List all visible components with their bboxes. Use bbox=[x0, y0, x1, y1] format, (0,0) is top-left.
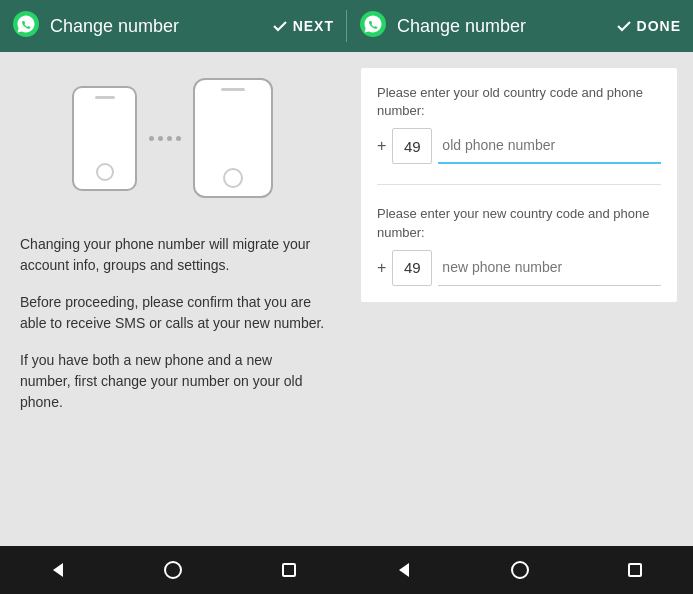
top-bar-right-inner: Change number bbox=[359, 10, 526, 42]
recents-icon-left[interactable] bbox=[278, 559, 300, 581]
svg-point-3 bbox=[165, 562, 181, 578]
old-phone-input[interactable] bbox=[438, 128, 661, 164]
svg-rect-7 bbox=[629, 564, 641, 576]
right-nav-title: Change number bbox=[397, 16, 526, 37]
old-number-input-row: + 49 bbox=[377, 128, 661, 164]
top-bar-left: Change number NEXT bbox=[0, 10, 346, 42]
bottom-bar bbox=[0, 546, 693, 594]
top-bar-right: Change number DONE bbox=[347, 10, 693, 42]
left-panel: Changing your phone number will migrate … bbox=[0, 52, 345, 546]
svg-point-6 bbox=[512, 562, 528, 578]
back-icon-left[interactable] bbox=[47, 559, 69, 581]
old-country-code[interactable]: 49 bbox=[392, 128, 432, 164]
check-icon-done bbox=[616, 18, 632, 34]
info-paragraph-3: If you have both a new phone and a new n… bbox=[20, 350, 325, 413]
dot-4 bbox=[176, 136, 181, 141]
old-number-section: Please enter your old country code and p… bbox=[377, 84, 661, 164]
form-divider bbox=[377, 184, 661, 185]
dot-2 bbox=[158, 136, 163, 141]
old-plus-sign: + bbox=[377, 137, 386, 155]
top-bar: Change number NEXT Change number D bbox=[0, 0, 693, 52]
whatsapp-logo-left bbox=[12, 10, 40, 42]
svg-rect-4 bbox=[283, 564, 295, 576]
new-plus-sign: + bbox=[377, 259, 386, 277]
phone-illustration bbox=[20, 78, 325, 198]
new-phone-input[interactable] bbox=[438, 250, 661, 286]
home-icon-left[interactable] bbox=[162, 559, 184, 581]
done-label: DONE bbox=[637, 18, 681, 34]
recents-icon-right[interactable] bbox=[624, 559, 646, 581]
back-icon-right[interactable] bbox=[393, 559, 415, 581]
new-number-section: Please enter your new country code and p… bbox=[377, 205, 661, 285]
home-icon-right[interactable] bbox=[509, 559, 531, 581]
form-card: Please enter your old country code and p… bbox=[361, 68, 677, 302]
new-number-input-row: + 49 bbox=[377, 250, 661, 286]
phone-small bbox=[72, 86, 137, 191]
next-label: NEXT bbox=[293, 18, 334, 34]
dot-1 bbox=[149, 136, 154, 141]
old-number-label: Please enter your old country code and p… bbox=[377, 84, 661, 120]
transfer-dots bbox=[149, 136, 181, 141]
new-number-label: Please enter your new country code and p… bbox=[377, 205, 661, 241]
main-content: Changing your phone number will migrate … bbox=[0, 52, 693, 546]
left-nav-title: Change number bbox=[50, 16, 179, 37]
new-country-code[interactable]: 49 bbox=[392, 250, 432, 286]
phone-large bbox=[193, 78, 273, 198]
info-paragraph-2: Before proceeding, please confirm that y… bbox=[20, 292, 325, 334]
check-icon-next bbox=[272, 18, 288, 34]
svg-marker-2 bbox=[53, 563, 63, 577]
info-paragraph-1: Changing your phone number will migrate … bbox=[20, 234, 325, 276]
svg-marker-5 bbox=[399, 563, 409, 577]
whatsapp-logo-right bbox=[359, 10, 387, 42]
next-button[interactable]: NEXT bbox=[272, 18, 334, 34]
dot-3 bbox=[167, 136, 172, 141]
done-button[interactable]: DONE bbox=[616, 18, 681, 34]
right-panel: Please enter your old country code and p… bbox=[345, 52, 693, 546]
